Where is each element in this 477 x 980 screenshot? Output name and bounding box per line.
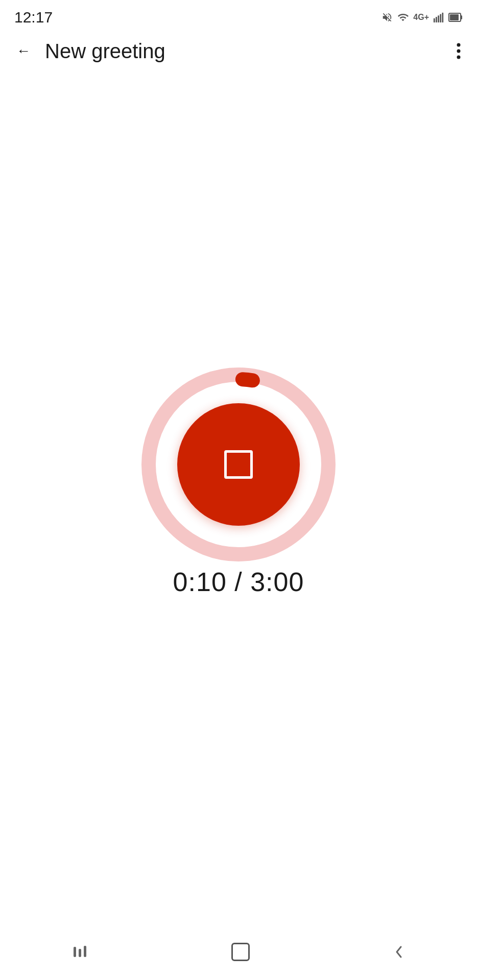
home-button[interactable] (219, 937, 262, 967)
app-bar-left: ← New greeting (12, 39, 165, 63)
status-bar: 12:17 4G+ (0, 0, 477, 31)
app-bar: ← New greeting (0, 31, 477, 71)
svg-rect-12 (74, 947, 76, 957)
main-content: 0:10 / 3:00 (0, 71, 477, 929)
wifi-icon (397, 12, 409, 23)
mute-icon (381, 12, 393, 23)
svg-rect-4 (442, 13, 443, 22)
more-dots-icon (457, 42, 461, 60)
status-time: 12:17 (14, 9, 53, 26)
recents-icon (71, 943, 89, 961)
svg-rect-1 (436, 17, 437, 22)
svg-rect-2 (438, 15, 439, 22)
network-icon: 4G+ (413, 13, 429, 22)
recording-container (177, 403, 300, 526)
more-menu-button[interactable] (452, 38, 465, 64)
back-button[interactable]: ← (12, 39, 35, 63)
svg-rect-6 (450, 14, 459, 20)
svg-rect-13 (79, 949, 81, 957)
bottom-nav (0, 929, 477, 980)
recents-button[interactable] (59, 937, 102, 967)
status-icons: 4G+ (381, 12, 463, 23)
svg-point-8 (457, 43, 461, 47)
svg-rect-3 (440, 14, 441, 23)
timer-display: 0:10 / 3:00 (173, 567, 304, 597)
svg-rect-14 (84, 946, 86, 957)
stop-record-button[interactable] (177, 403, 300, 526)
back-nav-icon (392, 943, 406, 961)
home-icon (231, 943, 250, 961)
svg-point-9 (457, 50, 461, 53)
back-nav-button[interactable] (379, 937, 418, 967)
stop-icon (224, 450, 253, 479)
svg-rect-0 (434, 18, 435, 22)
signal-icon (433, 12, 444, 23)
svg-rect-7 (461, 15, 462, 19)
page-title: New greeting (45, 40, 165, 63)
svg-point-10 (457, 56, 461, 59)
back-arrow-icon: ← (16, 43, 31, 59)
battery-icon (448, 12, 463, 23)
